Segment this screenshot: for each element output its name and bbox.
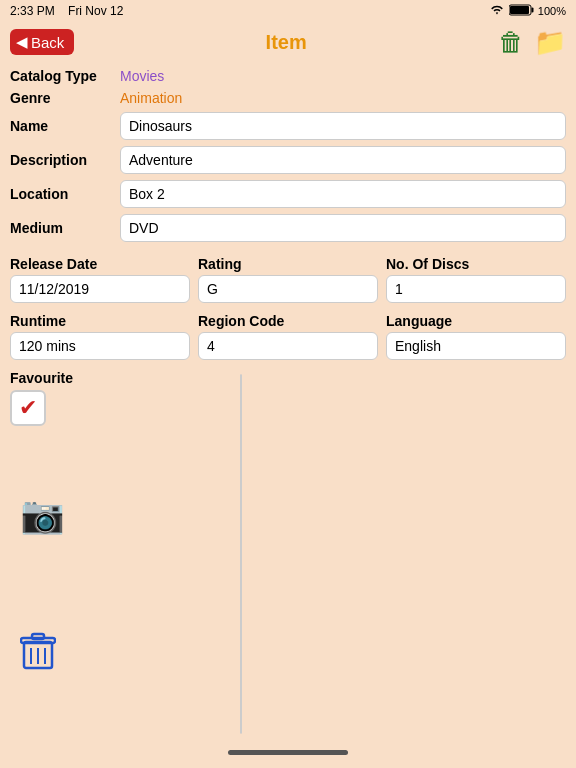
language-input[interactable] <box>386 332 566 360</box>
region-code-label: Region Code <box>198 313 378 329</box>
language-label: Language <box>386 313 566 329</box>
battery-icon <box>509 4 534 18</box>
runtime-input[interactable] <box>10 332 190 360</box>
runtime-label: Runtime <box>10 313 190 329</box>
medium-row: Medium <box>10 214 566 242</box>
nav-action-icons: 🗑 📁 <box>498 27 566 58</box>
status-bar: 2:33 PM Fri Nov 12 100% <box>0 0 576 20</box>
name-row: Name <box>10 112 566 140</box>
status-time-date: 2:33 PM Fri Nov 12 <box>10 4 123 18</box>
location-row: Location <box>10 180 566 208</box>
nav-trash-icon[interactable]: 🗑 <box>498 27 524 58</box>
bottom-indicator <box>0 742 576 763</box>
battery-percent: 100% <box>538 5 566 17</box>
medium-label: Medium <box>10 220 120 236</box>
status-right-icons: 100% <box>489 4 566 18</box>
svg-rect-1 <box>531 8 533 13</box>
favourite-label: Favourite <box>10 370 120 386</box>
catalog-type-row: Catalog Type Movies <box>10 68 566 84</box>
rating-block: Rating <box>198 256 378 303</box>
catalog-type-label: Catalog Type <box>10 68 120 84</box>
language-block: Language <box>386 313 566 360</box>
region-code-block: Region Code <box>198 313 378 360</box>
release-date-label: Release Date <box>10 256 190 272</box>
wifi-icon <box>489 4 505 18</box>
home-indicator-bar <box>228 750 348 755</box>
two-col-section: Runtime Region Code Language <box>0 309 576 364</box>
location-input[interactable] <box>120 180 566 208</box>
lower-section: Favourite ✔ 📷 <box>0 366 576 742</box>
trash-blue-icon <box>20 639 56 680</box>
description-label: Description <box>10 152 120 168</box>
genre-value[interactable]: Animation <box>120 90 182 106</box>
name-input[interactable] <box>120 112 566 140</box>
status-date: Fri Nov 12 <box>68 4 123 18</box>
camera-button[interactable]: 📷 <box>10 486 120 544</box>
release-date-input[interactable] <box>10 275 190 303</box>
svg-rect-5 <box>32 634 44 639</box>
checkmark-icon: ✔ <box>19 395 37 421</box>
location-label: Location <box>10 186 120 202</box>
favourite-checkbox[interactable]: ✔ <box>10 390 46 426</box>
status-time: 2:33 PM <box>10 4 55 18</box>
three-col-section: Release Date Rating No. Of Discs <box>0 252 576 307</box>
left-sidebar: Favourite ✔ 📷 <box>10 370 120 738</box>
svg-rect-2 <box>510 6 529 14</box>
camera-icon: 📷 <box>20 494 65 535</box>
no-of-discs-block: No. Of Discs <box>386 256 566 303</box>
genre-label: Genre <box>10 90 120 106</box>
release-date-block: Release Date <box>10 256 190 303</box>
description-row: Description <box>10 146 566 174</box>
form-section: Catalog Type Movies Genre Animation Name… <box>0 64 576 252</box>
nav-folder-icon[interactable]: 📁 <box>534 27 566 58</box>
medium-input[interactable] <box>120 214 566 242</box>
catalog-type-value[interactable]: Movies <box>120 68 164 84</box>
region-code-input[interactable] <box>198 332 378 360</box>
nav-bar: ◀ Back Item 🗑 📁 <box>0 20 576 64</box>
sun-glow-element <box>240 393 241 473</box>
trash-button[interactable] <box>10 624 120 689</box>
page-title: Item <box>266 31 307 54</box>
genre-row: Genre Animation <box>10 90 566 106</box>
name-label: Name <box>10 118 120 134</box>
no-of-discs-input[interactable] <box>386 275 566 303</box>
back-arrow-icon: ◀ <box>16 33 28 51</box>
back-button[interactable]: ◀ Back <box>10 29 74 55</box>
runtime-block: Runtime <box>10 313 190 360</box>
no-of-discs-label: No. Of Discs <box>386 256 566 272</box>
description-input[interactable] <box>120 146 566 174</box>
favourite-section: Favourite ✔ <box>10 370 120 426</box>
rating-input[interactable] <box>198 275 378 303</box>
rating-label: Rating <box>198 256 378 272</box>
item-image <box>240 374 242 734</box>
